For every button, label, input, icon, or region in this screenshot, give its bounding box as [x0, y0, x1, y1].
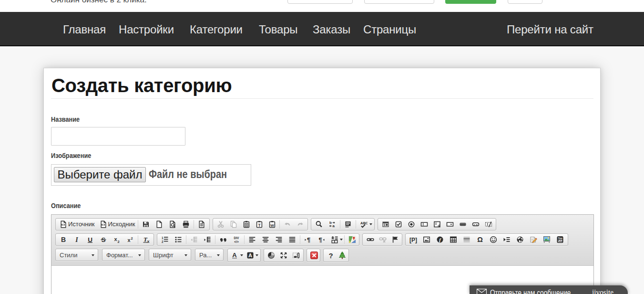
svg-text:</>: </> — [234, 240, 239, 243]
svg-text:I: I — [75, 236, 78, 243]
svg-text:T: T — [258, 223, 261, 228]
svg-text:DIV: DIV — [234, 236, 240, 240]
svg-text:W: W — [271, 223, 275, 228]
svg-text:2: 2 — [131, 236, 133, 241]
svg-text:b: b — [329, 220, 332, 225]
svg-text:¶: ¶ — [307, 236, 310, 243]
svg-text:ABC: ABC — [360, 221, 368, 225]
svg-text:[P]: [P] — [409, 237, 417, 243]
svg-text:A: A — [248, 252, 252, 258]
svg-text:1: 1 — [162, 236, 164, 240]
svg-text:¶: ¶ — [318, 236, 322, 243]
svg-text:x: x — [127, 237, 131, 243]
svg-text:2: 2 — [162, 240, 164, 243]
svg-text:Ω: Ω — [477, 236, 483, 243]
svg-text:x: x — [147, 239, 149, 244]
svg-text:A: A — [232, 252, 237, 259]
svg-text:U: U — [88, 236, 92, 243]
svg-text:x: x — [114, 236, 117, 242]
svg-text:Tube: Tube — [558, 240, 563, 242]
svg-text:a: a — [333, 224, 335, 228]
svg-text:B: B — [61, 236, 66, 243]
svg-text:You: You — [558, 237, 562, 240]
svg-text:?: ? — [328, 252, 333, 259]
svg-text:2: 2 — [117, 240, 119, 244]
